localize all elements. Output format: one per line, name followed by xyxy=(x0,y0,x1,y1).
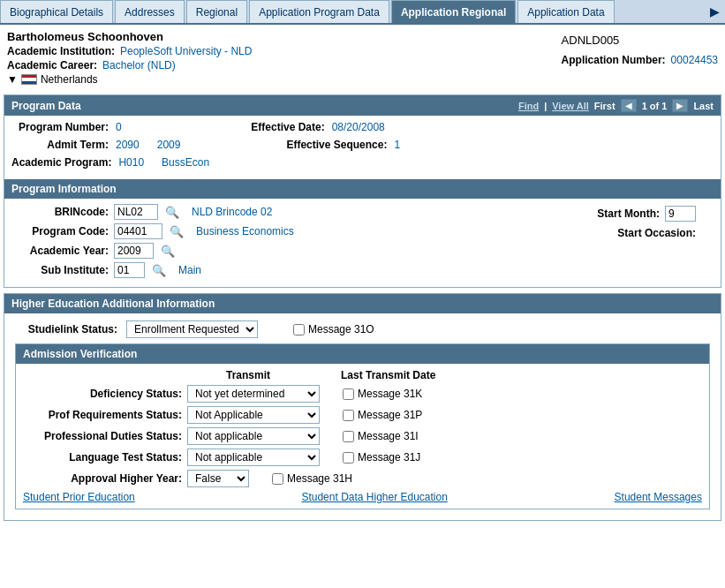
approval-select[interactable]: False True xyxy=(187,470,249,487)
student-name: Bartholomeus Schoonhoven xyxy=(7,30,252,43)
deficiency-checkbox[interactable] xyxy=(343,388,354,400)
approval-checkbox[interactable] xyxy=(272,473,283,485)
academic-year-label: Academic Year: xyxy=(11,245,109,257)
higher-education-title: Higher Education Additional Information xyxy=(11,298,215,310)
message-31o-label: Message 31O xyxy=(308,323,374,335)
eff-seq-label: Effective Sequence: xyxy=(286,139,387,151)
find-link[interactable]: Find xyxy=(518,101,539,111)
higher-education-section: Higher Education Additional Information … xyxy=(4,293,721,521)
prof-req-select[interactable]: Not Applicable Met Not Met xyxy=(187,406,320,424)
brin-lookup-icon[interactable]: 🔍 xyxy=(165,206,179,219)
country-name: Netherlands xyxy=(41,73,98,86)
academic-year-lookup-icon[interactable]: 🔍 xyxy=(161,245,175,258)
lang-test-label: Language Test Status: xyxy=(23,451,182,464)
brin-input[interactable] xyxy=(114,204,158,220)
sub-institute-input[interactable] xyxy=(114,262,145,278)
prof-req-msg: Message 31P xyxy=(358,409,422,421)
start-occasion-label: Start Occasion: xyxy=(617,227,696,239)
tab-application-data[interactable]: Application Data xyxy=(517,0,614,23)
message-31o-checkbox[interactable] xyxy=(293,324,305,335)
view-all-link[interactable]: View All xyxy=(552,101,589,111)
institution-label: Academic Institution: xyxy=(7,45,115,57)
start-month-label: Start Month: xyxy=(597,207,660,220)
program-number-value: 0 xyxy=(116,121,122,133)
academic-program-val1: H010 xyxy=(118,156,144,169)
prev-button[interactable]: ◀ xyxy=(621,99,637,112)
tab-addresses[interactable]: Addresses xyxy=(115,0,185,23)
prof-req-checkbox[interactable] xyxy=(343,410,354,421)
sub-institute-label: Sub Institute: xyxy=(11,264,109,276)
effective-date-value: 08/20/2008 xyxy=(332,121,385,133)
program-data-title: Program Data xyxy=(11,100,81,112)
institution-value: PeopleSoft University - NLD xyxy=(120,45,252,57)
last-label: Last xyxy=(693,101,714,111)
tabs-next-arrow[interactable]: ▶ xyxy=(705,0,725,23)
studielink-select[interactable]: Enrollment Requested Enrolled Rejected W… xyxy=(126,320,258,338)
program-code-text: Business Economics xyxy=(196,225,294,237)
program-number-label: Program Number: xyxy=(11,121,109,133)
lang-test-checkbox[interactable] xyxy=(343,452,354,464)
sub-institute-text: Main xyxy=(178,264,201,276)
deficiency-label: Deficiency Status: xyxy=(23,388,182,400)
brin-label: BRINcode: xyxy=(11,206,109,218)
higher-education-header: Higher Education Additional Information xyxy=(4,294,721,313)
dropdown-arrow[interactable]: ▼ xyxy=(7,73,18,86)
effective-date-label: Effective Date: xyxy=(228,121,325,133)
program-info-body: BRINcode: 🔍 NLD Brincode 02 Program Code… xyxy=(4,199,721,287)
program-fields: Program Number: 0 Effective Date: 08/20/… xyxy=(4,116,721,179)
student-messages-link[interactable]: Student Messages xyxy=(615,491,702,503)
admission-verification-body: Transmit Last Transmit Date Deficiency S… xyxy=(16,364,709,509)
header-section: Bartholomeus Schoonhoven Academic Instit… xyxy=(0,25,725,89)
deficiency-select[interactable]: Not yet determined Deficient Not Deficie… xyxy=(187,385,320,403)
prof-duties-select[interactable]: Not applicable Applicable N/A xyxy=(187,427,320,445)
academic-program-val2: BussEcon xyxy=(162,156,209,169)
brin-text: NLD Brincode 02 xyxy=(192,206,272,218)
tab-biographical[interactable]: Biographical Details xyxy=(0,0,113,23)
last-transmit-header: Last Transmit Date xyxy=(341,369,435,381)
admission-verification-section: Admission Verification Transmit Last Tra… xyxy=(15,343,710,509)
lang-test-msg: Message 31J xyxy=(358,451,420,464)
admit-term-label: Admit Term: xyxy=(11,139,109,151)
start-month-input[interactable] xyxy=(665,206,696,222)
prof-duties-msg: Message 31I xyxy=(358,430,419,442)
prof-duties-label: Professional Duties Status: xyxy=(23,430,182,442)
deficiency-msg: Message 31K xyxy=(358,388,422,400)
tab-application-regional[interactable]: Application Regional xyxy=(391,0,516,23)
program-data-nav: Find | View All First ◀ 1 of 1 ▶ Last xyxy=(518,99,714,112)
transmit-header: Transmit xyxy=(226,369,270,381)
program-code-lookup-icon[interactable]: 🔍 xyxy=(170,225,184,238)
career-value: Bachelor (NLD) xyxy=(102,59,176,72)
admit-term-val2: 2009 xyxy=(157,139,181,151)
approval-msg: Message 31H xyxy=(287,472,352,485)
first-label: First xyxy=(594,101,615,111)
prof-duties-checkbox[interactable] xyxy=(343,431,354,442)
higher-education-body: Studielink Status: Enrollment Requested … xyxy=(4,313,721,520)
student-prior-education-link[interactable]: Student Prior Education xyxy=(23,491,135,503)
admit-term-val1: 2090 xyxy=(116,139,140,151)
program-info-header: Program Information xyxy=(4,179,721,199)
prof-req-label: Prof Requirements Status: xyxy=(23,409,182,421)
app-number-value: 00024453 xyxy=(671,54,718,66)
page-info: 1 of 1 xyxy=(642,101,668,111)
tabs-bar: Biographical Details Addresses Regional … xyxy=(0,0,725,25)
academic-year-input[interactable] xyxy=(114,243,154,259)
admission-verification-header: Admission Verification xyxy=(16,344,709,364)
program-code-input[interactable] xyxy=(114,223,162,239)
program-data-header: Program Data Find | View All First ◀ 1 o… xyxy=(4,95,721,116)
tab-regional[interactable]: Regional xyxy=(186,0,247,23)
next-button[interactable]: ▶ xyxy=(672,99,688,112)
student-id: ADNLD005 xyxy=(562,34,718,47)
program-data-section: Program Data Find | View All First ◀ 1 o… xyxy=(4,94,721,288)
app-number-label: Application Number: xyxy=(562,54,666,66)
student-data-higher-education-link[interactable]: Student Data Higher Education xyxy=(301,491,447,503)
eff-seq-value: 1 xyxy=(394,139,400,151)
footer-links: Student Prior Education Student Data Hig… xyxy=(23,491,702,503)
studielink-label: Studielink Status: xyxy=(11,323,117,335)
lang-test-select[interactable]: Not applicable Pass Fail xyxy=(187,449,320,466)
career-label: Academic Career: xyxy=(7,59,97,72)
program-code-label: Program Code: xyxy=(11,225,109,237)
tab-application-program[interactable]: Application Program Data xyxy=(249,0,389,23)
netherlands-flag xyxy=(21,74,37,85)
academic-program-label: Academic Program: xyxy=(11,156,111,169)
sub-institute-lookup-icon[interactable]: 🔍 xyxy=(152,264,166,277)
